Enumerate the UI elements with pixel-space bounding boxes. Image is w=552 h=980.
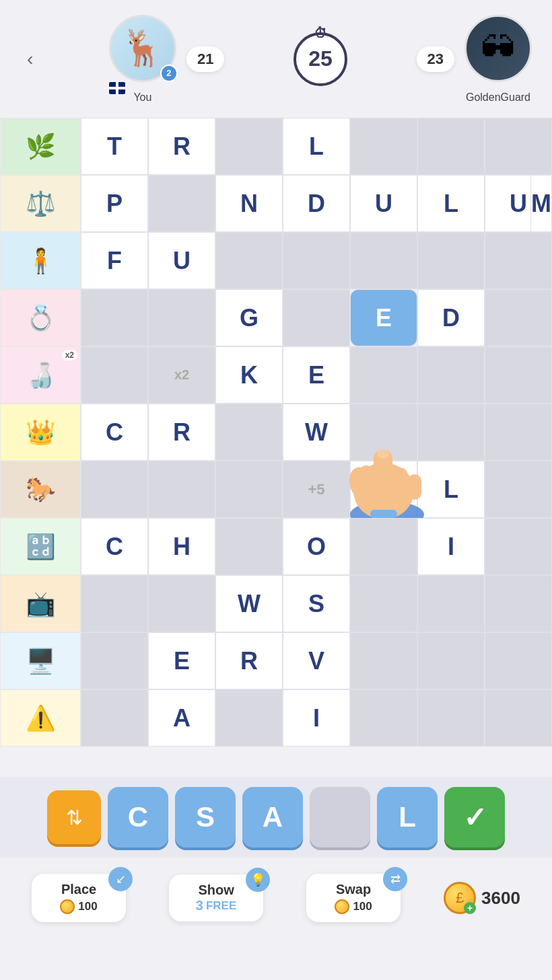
cell-6-4[interactable]: A — [350, 461, 417, 518]
cell-3-1[interactable] — [148, 289, 215, 346]
cell-2-3[interactable] — [283, 232, 350, 289]
cell-10-1[interactable]: A — [148, 689, 215, 747]
cell-8-4[interactable] — [350, 575, 417, 632]
place-button[interactable]: ↙ Place 100 — [32, 874, 126, 922]
cell-3-0[interactable] — [81, 289, 148, 346]
cell-0-1[interactable]: R — [148, 118, 215, 175]
cell-2-2[interactable] — [215, 232, 283, 289]
cell-3-3[interactable] — [283, 289, 350, 346]
cell-9-4[interactable] — [350, 632, 417, 689]
cell-3-2[interactable]: G — [215, 289, 283, 346]
cell-4-3[interactable]: E — [283, 346, 350, 404]
confirm-button[interactable]: ✓ — [444, 787, 505, 847]
cell-0-0[interactable]: T — [81, 118, 148, 175]
clue-4[interactable]: 💍 — [0, 289, 81, 346]
cell-8-1[interactable] — [148, 575, 215, 632]
cell-5-5[interactable] — [417, 404, 485, 461]
cell-0-3[interactable]: L — [283, 118, 350, 175]
cell-6-1[interactable] — [148, 461, 215, 518]
clue-1[interactable]: 🌿 — [0, 118, 81, 175]
clue-5[interactable]: 🍶 x2 — [0, 346, 81, 404]
cell-5-6[interactable] — [485, 404, 552, 461]
cell-1-2[interactable]: N — [215, 175, 283, 232]
back-button[interactable]: ‹ — [20, 45, 40, 73]
cell-0-2[interactable] — [215, 118, 283, 175]
cell-1-1[interactable] — [148, 175, 215, 232]
cell-1-3[interactable]: D — [283, 175, 350, 232]
cell-2-0[interactable]: F — [81, 232, 148, 289]
cell-7-4[interactable] — [350, 518, 417, 575]
clue-10[interactable]: 🖥️ — [0, 632, 81, 689]
cell-1-7-M[interactable]: M — [530, 175, 552, 232]
cell-2-1[interactable]: U — [148, 232, 215, 289]
clue-2[interactable]: ⚖️ — [0, 175, 81, 232]
cell-8-5[interactable] — [417, 575, 485, 632]
cell-7-6[interactable] — [485, 518, 552, 575]
cell-10-6[interactable] — [485, 689, 552, 747]
cell-5-4[interactable] — [350, 404, 417, 461]
cell-10-3[interactable]: I — [283, 689, 350, 747]
cell-7-1[interactable]: H — [148, 518, 215, 575]
tile-S[interactable]: S — [175, 787, 236, 847]
cell-4-2[interactable]: K — [215, 346, 283, 404]
cell-6-2[interactable] — [215, 461, 283, 518]
cell-1-0[interactable]: P — [81, 175, 148, 232]
clue-9[interactable]: 📺 — [0, 575, 81, 632]
clue-11[interactable]: ⚠️ — [0, 689, 81, 747]
cell-9-0[interactable] — [81, 632, 148, 689]
cell-3-5[interactable]: D — [417, 289, 485, 346]
tile-A[interactable]: A — [242, 787, 303, 847]
clue-8[interactable]: 🔡 — [0, 518, 81, 575]
cell-10-2[interactable] — [215, 689, 283, 747]
cell-5-3[interactable]: W — [283, 404, 350, 461]
swap-button[interactable]: ⇄ Swap 100 — [306, 874, 401, 922]
cell-9-5[interactable] — [417, 632, 485, 689]
cell-6-0[interactable] — [81, 461, 148, 518]
cell-10-0[interactable] — [81, 689, 148, 747]
cell-8-0[interactable] — [81, 575, 148, 632]
cell-7-0[interactable]: C — [81, 518, 148, 575]
cell-5-0[interactable]: C — [81, 404, 148, 461]
show-button[interactable]: 💡 Show 3 FREE — [169, 874, 263, 921]
cell-6-5[interactable]: L — [417, 461, 485, 518]
cell-2-6[interactable] — [485, 232, 552, 289]
swap-tile-button[interactable]: ⇅ — [47, 790, 101, 844]
cell-9-2[interactable]: R — [215, 632, 283, 689]
cell-3-6[interactable] — [485, 289, 552, 346]
cell-8-6[interactable] — [485, 575, 552, 632]
cell-4-1[interactable]: x2 — [148, 346, 215, 404]
cell-1-5[interactable]: L — [417, 175, 485, 232]
clue-7[interactable]: 🐎 — [0, 461, 81, 518]
cell-0-4[interactable] — [350, 118, 417, 175]
cell-5-1[interactable]: R — [148, 404, 215, 461]
cell-7-5[interactable]: I — [417, 518, 485, 575]
cell-8-3[interactable]: S — [283, 575, 350, 632]
wallet-section[interactable]: £ + 3600 — [444, 882, 520, 914]
cell-0-6[interactable] — [485, 118, 552, 175]
cell-6-6[interactable] — [485, 461, 552, 518]
cell-10-5[interactable] — [417, 689, 485, 747]
cell-1-4[interactable]: U — [350, 175, 417, 232]
cell-9-1[interactable]: E — [148, 632, 215, 689]
cell-8-2[interactable]: W — [215, 575, 283, 632]
cell-6-3[interactable]: +5 — [283, 461, 350, 518]
cell-3-4-active[interactable]: E — [350, 289, 417, 346]
cell-10-4[interactable] — [350, 689, 417, 747]
cell-7-2[interactable] — [215, 518, 283, 575]
cell-5-2[interactable] — [215, 404, 283, 461]
clue-3[interactable]: 🧍 — [0, 232, 81, 289]
cell-0-5[interactable] — [417, 118, 485, 175]
cell-4-6[interactable] — [485, 346, 552, 404]
cell-2-4[interactable] — [350, 232, 417, 289]
cell-7-3[interactable]: O — [283, 518, 350, 575]
cell-9-6[interactable] — [485, 632, 552, 689]
cell-9-3[interactable]: V — [283, 632, 350, 689]
tile-empty[interactable] — [310, 787, 370, 847]
tile-L[interactable]: L — [377, 787, 438, 847]
cell-2-5[interactable] — [417, 232, 485, 289]
tile-C[interactable]: C — [108, 787, 168, 847]
cell-4-5[interactable] — [417, 346, 485, 404]
cell-4-0[interactable] — [81, 346, 148, 404]
clue-6[interactable]: 👑 — [0, 404, 81, 461]
cell-4-4[interactable] — [350, 346, 417, 404]
